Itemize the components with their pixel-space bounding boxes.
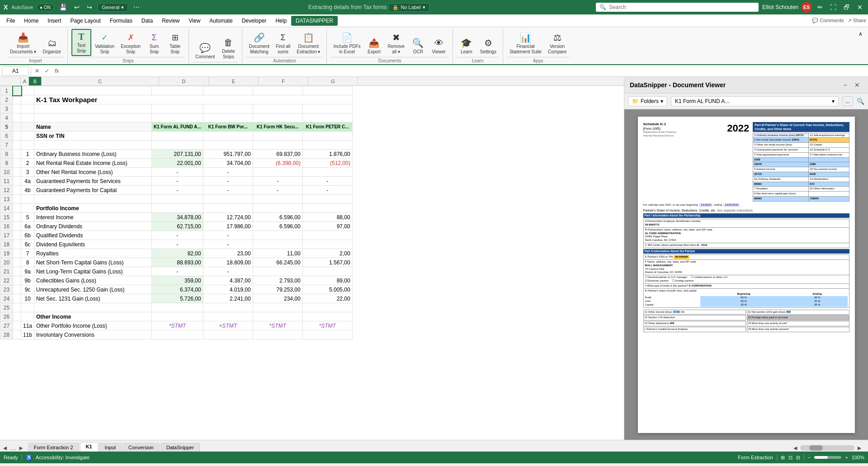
export-button[interactable]: 📤 Export [364, 36, 384, 56]
insert-function-button[interactable]: fx [53, 67, 61, 75]
ribbon-collapse-button[interactable]: ∧ [859, 31, 863, 37]
col-f-header[interactable]: K1 Form HK Secu... [253, 122, 302, 132]
cancel-formula-button[interactable]: ✕ [33, 67, 41, 75]
cell-a1[interactable] [13, 86, 21, 95]
col-g-header[interactable]: K1 Form PETER C... [302, 122, 352, 132]
no-label-badge[interactable]: 🔒 No Label ▾ [388, 3, 429, 12]
user-avatar[interactable]: ES [801, 2, 812, 13]
style-selector[interactable]: General ▾ [98, 3, 128, 12]
sheet-tab-input[interactable]: Input [99, 443, 122, 452]
search-box[interactable]: 🔍 [596, 3, 759, 12]
save-button[interactable]: 💾 [57, 3, 69, 12]
menu-insert[interactable]: Insert [43, 16, 66, 26]
zoom-out-button[interactable]: − [808, 455, 811, 460]
ocr-button[interactable]: 🔍 OCR [408, 36, 428, 56]
ds-document-viewer[interactable]: Schedule K-1 (Form 1065) Department of t… [624, 109, 868, 440]
fullscreen-button[interactable]: ⛶ [828, 3, 838, 12]
financial-statement-button[interactable]: 📊 FinancialStatement Suite [507, 31, 544, 56]
menu-view[interactable]: View [184, 16, 205, 26]
ds-more-button[interactable]: ... [842, 96, 853, 106]
menu-file[interactable]: File [2, 16, 19, 26]
organize-button[interactable]: 🗂 Organize [40, 36, 64, 56]
cell-c1[interactable] [34, 86, 152, 95]
cell-d1[interactable] [152, 86, 203, 95]
menu-page-layout[interactable]: Page Layout [66, 16, 105, 26]
undo-button[interactable]: ↩ [72, 3, 81, 12]
cell-f1[interactable] [253, 86, 302, 95]
confirm-formula-button[interactable]: ✓ [43, 67, 51, 75]
col-header-a[interactable]: A [21, 77, 29, 85]
remove-all-button[interactable]: ✖ Removeall ▾ [385, 31, 407, 56]
text-snip-button[interactable]: T TextSnip [71, 29, 91, 56]
menu-review[interactable]: Review [157, 16, 184, 26]
horizontal-scrollbar[interactable] [800, 445, 854, 451]
sum-snip-button[interactable]: Σ SumSnip [144, 32, 164, 56]
ds-search-button[interactable]: 🔍 [857, 98, 864, 105]
portfolio-income-header[interactable]: Portfolio Income [34, 204, 152, 213]
viewer-button[interactable]: 👁 Viewer [429, 36, 449, 56]
workpaper-title[interactable]: K-1 Tax Workpaper [34, 95, 353, 104]
sheet-tab-conversion[interactable]: Conversion [123, 443, 160, 452]
table-snip-button[interactable]: ⊞ TableSnip [165, 32, 185, 56]
menu-formulas[interactable]: Formulas [105, 16, 137, 26]
scroll-left-button[interactable]: ◄ [792, 444, 798, 452]
sheet-tab-k1[interactable]: K1 [80, 442, 98, 452]
next-sheet-button[interactable]: ► [18, 444, 24, 452]
delete-snips-button[interactable]: 🗑 DeleteSnips [218, 36, 238, 61]
import-documents-button[interactable]: 📥 ImportDocuments ▾ [7, 31, 39, 56]
include-pdfs-button[interactable]: 📄 Include PDFsin Excel [330, 31, 363, 56]
menu-data[interactable]: Data [137, 16, 157, 26]
learn-button[interactable]: 🎓 Learn [457, 36, 476, 56]
autosave-toggle[interactable]: ● ON [37, 4, 54, 11]
menu-datasnipper[interactable]: DATASNIPPER [291, 16, 338, 26]
name-header[interactable]: Name [34, 122, 152, 132]
validation-snip-button[interactable]: ✓ ValidationSnip [92, 32, 117, 56]
menu-automate[interactable]: Automate [205, 16, 237, 26]
cell-b1[interactable] [21, 86, 34, 95]
comments-link[interactable]: 💬 Comments [812, 18, 844, 24]
ds-document-select[interactable]: K1 Form AL FUND A... ▾ [671, 96, 839, 106]
redo-button[interactable]: ↪ [85, 3, 94, 12]
col-header-c[interactable]: C [42, 77, 159, 85]
settings-button[interactable]: ⚙ Settings [477, 36, 499, 56]
cell-e1[interactable] [203, 86, 253, 95]
zoom-in-button[interactable]: + [845, 455, 848, 460]
ssn-label[interactable]: SSN or TIN [34, 132, 152, 141]
pen-button[interactable]: ✏ [816, 3, 825, 12]
ds-minimize-button[interactable]: − [841, 80, 850, 89]
sheet-tab-datasnipper[interactable]: DataSnipper [160, 443, 200, 452]
prev-sheet-button[interactable]: ◄ [2, 444, 8, 452]
customize-button[interactable]: ⋯ [132, 3, 142, 12]
scroll-right-button[interactable]: ► [856, 444, 863, 452]
col-header-f[interactable]: F [259, 77, 308, 85]
view-layout-icon[interactable]: ⊡ [788, 455, 793, 461]
cell-a2[interactable] [13, 95, 21, 104]
view-page-icon[interactable]: ⊟ [796, 455, 800, 461]
menu-home[interactable]: Home [19, 16, 43, 26]
col-header-b[interactable]: B [29, 77, 42, 85]
search-input[interactable] [609, 4, 755, 10]
zoom-slider[interactable] [814, 456, 841, 459]
menu-help[interactable]: Help [271, 16, 291, 26]
comment-button[interactable]: 💬 Comment [193, 41, 217, 61]
restore-button[interactable]: 🗗 [842, 3, 852, 12]
table-container[interactable]: 1 2 K-1 Tax Workpaper [0, 86, 624, 440]
col-e-header[interactable]: K1 Form BW Por... [203, 122, 253, 132]
tab-list-button[interactable]: … [10, 444, 16, 452]
view-normal-icon[interactable]: ⊞ [781, 455, 785, 461]
find-all-sums-button[interactable]: Σ Find allsums [273, 32, 293, 56]
version-compare-button[interactable]: ⚖ VersionCompare [545, 31, 569, 56]
close-button[interactable]: ✕ [855, 3, 864, 12]
cell-g1[interactable] [302, 86, 352, 95]
exception-snip-button[interactable]: ✗ ExceptionSnip [118, 32, 143, 56]
other-income-header[interactable]: Other Income [34, 312, 152, 321]
formula-input[interactable] [62, 67, 866, 75]
ds-close-button[interactable]: ✕ [852, 80, 863, 89]
sheet-tab-form-extraction-2[interactable]: Form Extraction 2 [28, 443, 79, 452]
col-header-d[interactable]: D [159, 77, 209, 85]
share-link[interactable]: ↗ Share [848, 18, 866, 24]
ds-folder-select[interactable]: 📁 Folders ▾ [628, 96, 667, 106]
cell-b2[interactable] [21, 95, 34, 104]
scrollbar-thumb[interactable] [809, 445, 823, 451]
menu-developer[interactable]: Developer [237, 16, 271, 26]
